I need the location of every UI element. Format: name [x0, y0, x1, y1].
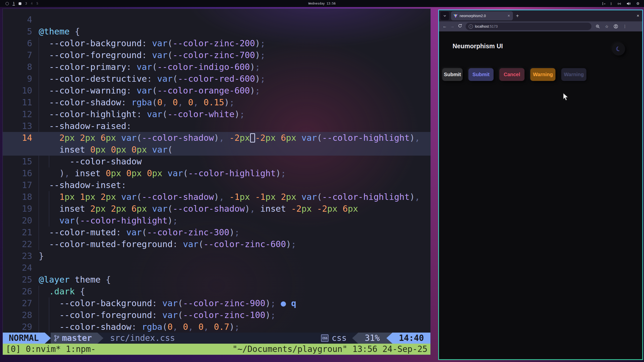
logout-icon[interactable]: [→ — [602, 2, 605, 6]
code-line[interactable]: inset 0px 0px 0px var( — [3, 144, 430, 156]
code-line[interactable]: 22 --color-muted-foreground: var(--color… — [3, 238, 430, 250]
reload-icon[interactable] — [456, 24, 464, 29]
theme-toggle-button[interactable]: ☾ — [612, 42, 625, 56]
scroll-percent: 31% — [358, 333, 386, 344]
url-text[interactable]: localhost:5173 — [475, 24, 498, 28]
git-branch-icon — [54, 334, 59, 342]
cancel-button[interactable]: Cancel — [499, 68, 525, 81]
code-text: --color-destructive: var(--color-red-600… — [39, 73, 265, 85]
network-icon[interactable] — [617, 2, 622, 6]
tmux-date: 24-Sep-25 — [382, 344, 427, 355]
submit-button-raised[interactable]: Submit — [442, 68, 463, 81]
profile-icon[interactable] — [612, 24, 620, 29]
site-info-icon[interactable]: i — [469, 24, 473, 29]
line-number: 28 — [3, 309, 32, 321]
bluetooth-icon[interactable]: ᛒ — [610, 2, 612, 6]
menu-dots-icon[interactable]: ⋮ — [621, 24, 629, 29]
line-number: 9 — [3, 73, 32, 85]
warning-button[interactable]: Warning — [530, 68, 555, 81]
workspace-2-square-icon[interactable] — [19, 2, 21, 5]
code-line[interactable]: 8 --color-primary: var(--color-indigo-60… — [3, 61, 430, 73]
code-line[interactable]: 7 --color-foreground: var(--color-zinc-7… — [3, 49, 430, 61]
line-number: 25 — [3, 274, 32, 286]
indent-guide — [49, 321, 49, 333]
button-row: Submit Submit Cancel Warning Warning — [442, 68, 586, 81]
code-line[interactable]: 27 --color-background: var(--color-zinc-… — [3, 297, 430, 309]
code-line[interactable]: 18 1px 1px 2px var(--color-shadow), -1px… — [3, 191, 430, 203]
launcher-circle-icon[interactable] — [6, 2, 9, 5]
tab-search-dropdown[interactable] — [440, 12, 449, 20]
zoom-icon[interactable] — [594, 24, 601, 29]
browser-toolbar: ← → i localhost:5173 ☆ ⋮ — [439, 21, 642, 31]
code-line[interactable]: 5@theme { — [3, 26, 430, 37]
code-line[interactable]: 14 2px 2px 6px var(--color-shadow), -2px… — [3, 132, 430, 144]
code-line[interactable]: 17 --shadow-inset: — [3, 179, 430, 191]
back-icon[interactable]: ← — [441, 24, 449, 29]
page-content: Neumorphism UI ☾ Submit Submit Cancel Wa… — [439, 31, 642, 359]
workspace-4[interactable]: 4 — [31, 2, 32, 5]
code-line[interactable]: 21 --color-muted: var(--color-zinc-300); — [3, 227, 430, 238]
vite-favicon — [454, 14, 458, 18]
line-number: 4 — [3, 14, 32, 26]
code-text: --color-muted: var(--color-zinc-300); — [39, 227, 239, 238]
tab-strip: neomorphism2.0 × + × — [439, 10, 642, 21]
code-line[interactable]: 26 .dark { — [3, 286, 430, 297]
warning-button-disabled[interactable]: Warning — [561, 68, 586, 81]
code-line[interactable]: 9 --color-destructive: var(--color-red-6… — [3, 73, 430, 85]
code-text: inset 0px 0px 0px var( — [39, 144, 173, 156]
indent-guide — [49, 156, 49, 167]
code-line[interactable]: 4 — [3, 14, 430, 26]
tmux-window-list[interactable]: [0] 0:nvim* 1:npm- — [6, 344, 96, 355]
settings-icon[interactable]: ⚙ — [636, 2, 639, 6]
address-bar[interactable]: i localhost:5173 — [466, 23, 591, 30]
code-text: --color-muted-foreground: var(--color-zi… — [39, 238, 296, 250]
line-number: 13 — [3, 120, 32, 132]
forward-icon[interactable]: → — [449, 24, 456, 29]
indent-guide — [38, 85, 39, 97]
code-line[interactable]: 10 --color-warning: var(--color-orange-6… — [3, 85, 430, 97]
code-line[interactable]: 12 --color-highlight: var(--color-white)… — [3, 108, 430, 120]
code-line[interactable]: 16 ), inset 0px 0px 0px var(--color-high… — [3, 167, 430, 179]
indent-guide — [49, 203, 49, 215]
code-line[interactable]: 19 inset 2px 2px 6px var(--color-shadow)… — [3, 203, 430, 215]
line-number: 21 — [3, 227, 32, 238]
line-number: 14 — [3, 132, 32, 144]
code-line[interactable]: 20 var(--color-highlight); — [3, 215, 430, 227]
code-line[interactable]: 29 --color-shadow: rgba(0, 0, 0, 0.7); — [3, 321, 430, 333]
new-tab-button[interactable]: + — [516, 13, 519, 19]
code-line[interactable]: 13 --shadow-raised: — [3, 120, 430, 132]
code-line[interactable]: 15 --color-shadow — [3, 156, 430, 167]
code-line[interactable]: 28 --color-foreground: var(--color-zinc-… — [3, 309, 430, 321]
line-number: 27 — [3, 297, 32, 309]
cursor-position: 14:40 — [392, 333, 430, 344]
editor-buffer[interactable]: 45@theme {6 --color-background: var(--co… — [3, 14, 430, 333]
tab-close-icon[interactable]: × — [507, 14, 510, 18]
workspace-5[interactable]: 5 — [36, 2, 38, 5]
window-close-icon[interactable]: × — [637, 13, 639, 18]
indent-guide — [38, 321, 39, 333]
indent-guide — [38, 37, 39, 49]
volume-icon[interactable] — [627, 2, 631, 6]
code-line[interactable]: 6 --color-background: var(--color-zinc-2… — [3, 37, 430, 49]
bookmark-star-icon[interactable]: ☆ — [603, 24, 611, 29]
indent-guide — [38, 227, 39, 238]
code-line[interactable]: 11 --color-shadow: rgba(0, 0, 0, 0.15); — [3, 97, 430, 108]
indent-guide — [38, 120, 39, 132]
code-line[interactable]: 25@layer theme { — [3, 274, 430, 286]
line-number: 19 — [3, 203, 32, 215]
indent-guide — [38, 61, 39, 73]
submit-button-primary[interactable]: Submit — [468, 68, 494, 81]
code-line[interactable]: 24 — [3, 262, 430, 274]
line-number: 29 — [3, 321, 32, 333]
code-text: ), inset 0px 0px 0px var(--color-highlig… — [39, 167, 286, 179]
line-number: 10 — [3, 85, 32, 97]
code-text: --color-foreground: var(--color-zinc-100… — [39, 309, 276, 321]
mouse-cursor — [563, 93, 569, 101]
workspace-3[interactable]: 3 — [25, 2, 27, 5]
workspace-1[interactable]: 1 — [13, 2, 15, 6]
code-text: --color-highlight: var(--color-white); — [39, 108, 245, 120]
browser-tab[interactable]: neomorphism2.0 × — [451, 11, 513, 20]
code-line[interactable]: 23} — [3, 250, 430, 262]
line-number: 8 — [3, 61, 32, 73]
indent-guide — [38, 238, 39, 250]
